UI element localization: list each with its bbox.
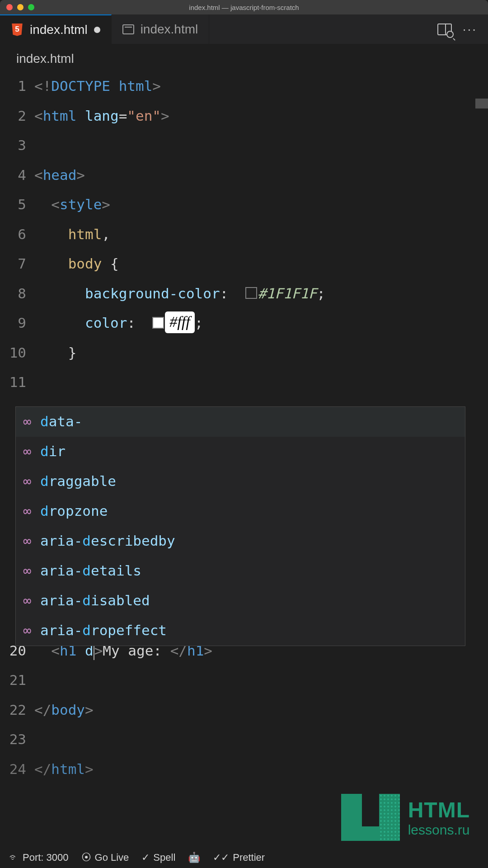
dirty-indicator-icon bbox=[94, 27, 100, 33]
tab-index-html-active[interactable]: index.html bbox=[0, 14, 112, 44]
watermark-logo: HTML lessons.ru bbox=[341, 794, 470, 841]
property-icon: ∞ bbox=[19, 407, 35, 437]
editor-tabs: index.html index.html ··· bbox=[0, 14, 488, 44]
status-golive[interactable]: ⦿ Go Live bbox=[77, 852, 134, 863]
property-icon: ∞ bbox=[19, 437, 35, 467]
status-spell[interactable]: ✓ Spell bbox=[137, 852, 180, 863]
antenna-icon: ⦿ bbox=[81, 852, 91, 863]
status-copilot[interactable]: 🤖 bbox=[183, 852, 205, 863]
line-number: 11 bbox=[0, 368, 34, 397]
minimize-window-button[interactable] bbox=[17, 4, 23, 10]
suggest-item[interactable]: ∞dir bbox=[16, 437, 465, 467]
suggest-item[interactable]: ∞aria-disabled bbox=[16, 586, 465, 616]
line-number: 9 bbox=[0, 308, 34, 338]
more-actions-icon[interactable]: ··· bbox=[463, 22, 477, 37]
maximize-window-button[interactable] bbox=[28, 4, 34, 10]
property-icon: ∞ bbox=[19, 556, 35, 586]
breadcrumb[interactable]: index.html bbox=[0, 44, 488, 71]
line-number: 7 bbox=[0, 249, 34, 279]
line-number: 2 bbox=[0, 101, 34, 131]
tab-label: index.html bbox=[141, 22, 198, 37]
close-window-button[interactable] bbox=[6, 4, 13, 10]
window-title: index.html — javascript-from-scratch bbox=[189, 4, 299, 11]
minimap-viewport[interactable] bbox=[475, 99, 488, 108]
status-prettier[interactable]: ✓✓ Prettier bbox=[208, 852, 269, 863]
html5-file-icon bbox=[11, 24, 23, 36]
code-editor[interactable]: 1<!DOCTYPE html> 2<html lang="en"> 3 4<h… bbox=[0, 71, 488, 784]
line-number: 4 bbox=[0, 160, 34, 190]
preview-file-icon bbox=[122, 24, 134, 34]
tab-label: index.html bbox=[30, 23, 88, 37]
window-titlebar: index.html — javascript-from-scratch bbox=[0, 0, 488, 14]
property-icon: ∞ bbox=[19, 496, 35, 526]
copilot-icon: 🤖 bbox=[188, 852, 200, 863]
line-number: 22 bbox=[0, 695, 34, 725]
line-number: 21 bbox=[0, 665, 34, 695]
suggest-item[interactable]: ∞data- bbox=[16, 407, 465, 437]
property-icon: ∞ bbox=[19, 526, 35, 556]
status-port[interactable]: ᯤ Port: 3000 bbox=[5, 852, 73, 863]
color-value-badge: #fff bbox=[165, 311, 194, 333]
line-number: 24 bbox=[0, 755, 34, 784]
property-icon: ∞ bbox=[19, 467, 35, 496]
suggest-item[interactable]: ∞dropzone bbox=[16, 496, 465, 526]
suggest-item[interactable]: ∞draggable bbox=[16, 467, 465, 496]
line-number: 23 bbox=[0, 725, 34, 755]
line-number: 3 bbox=[0, 131, 34, 160]
suggest-item[interactable]: ∞aria-dropeffect bbox=[16, 616, 465, 646]
line-number: 5 bbox=[0, 190, 34, 220]
status-bar: ᯤ Port: 3000 ⦿ Go Live ✓ Spell 🤖 ✓✓ Pret… bbox=[0, 847, 488, 868]
split-editor-icon[interactable] bbox=[437, 24, 452, 35]
check-icon: ✓ bbox=[141, 852, 150, 863]
broadcast-icon: ᯤ bbox=[9, 852, 19, 863]
line-number: 1 bbox=[0, 71, 34, 101]
traffic-lights bbox=[0, 4, 34, 10]
double-check-icon: ✓✓ bbox=[213, 852, 229, 863]
property-icon: ∞ bbox=[19, 616, 35, 646]
property-icon: ∞ bbox=[19, 586, 35, 616]
tab-index-html-preview[interactable]: index.html bbox=[112, 14, 210, 44]
line-number: 8 bbox=[0, 279, 34, 309]
line-number: 10 bbox=[0, 338, 34, 368]
color-swatch[interactable] bbox=[152, 317, 164, 329]
intellisense-popup: ∞data- ∞dir ∞draggable ∞dropzone ∞aria-d… bbox=[15, 406, 465, 646]
line-number: 6 bbox=[0, 220, 34, 250]
suggest-item[interactable]: ∞aria-details bbox=[16, 556, 465, 586]
color-swatch[interactable] bbox=[245, 287, 257, 299]
suggest-item[interactable]: ∞aria-describedby bbox=[16, 526, 465, 556]
